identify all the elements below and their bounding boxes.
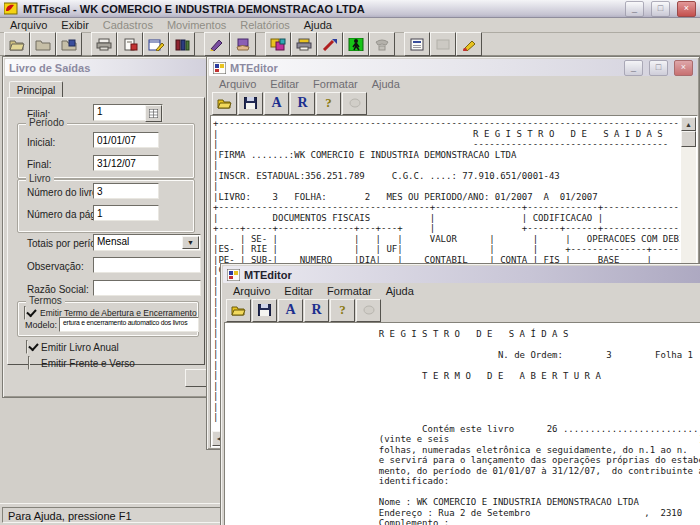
totais-combobox[interactable]: Mensal ▼ [93,234,201,251]
dart-button[interactable] [317,32,343,56]
disabled-round-icon [363,305,375,315]
menu-ajuda[interactable]: Ajuda [298,18,338,32]
filial-lookup-button[interactable] [145,105,162,122]
editor2-save-button[interactable] [252,299,277,322]
disabled-tool-button[interactable] [430,32,456,56]
editor2-disabled-button[interactable] [356,299,381,322]
maximize-button[interactable]: □ [651,1,670,17]
statusbar-help-text: Para Ajuda, pressione F1 [8,510,132,522]
numero-livro-label: Número do livro: [27,187,100,198]
phone-icon [374,38,390,51]
editor1-menu-formatar[interactable]: Formatar [307,77,364,91]
ledger-report-button[interactable] [404,32,430,56]
livro-partial-button[interactable] [185,369,207,387]
ledger-report-icon [409,38,425,51]
editor2-menu-ajuda[interactable]: Ajuda [380,284,420,298]
editor1-disabled-button[interactable] [342,92,367,115]
inicial-input[interactable] [93,132,159,148]
editor1-close-button[interactable]: × [674,60,693,76]
signature-pen-button[interactable] [456,32,482,56]
printer-setup-button[interactable] [91,32,117,56]
save-disk-icon [244,97,257,109]
editor1-save-button[interactable] [238,92,263,115]
editor1-format-r-button[interactable]: R [290,92,315,115]
menu-relatorios[interactable]: Relatórios [234,18,296,32]
minimize-button[interactable]: _ [625,1,644,17]
emitir-termo-checkbox[interactable] [24,306,26,320]
open-file-icon [231,304,246,316]
vscroll-thumb[interactable] [681,131,696,147]
folder-settings-button[interactable] [56,32,82,56]
filial-input[interactable]: 1 [93,104,163,121]
edit-pencil-button[interactable] [204,32,230,56]
editor1-font-button[interactable]: A [264,92,289,115]
final-input[interactable] [93,155,159,171]
filial-value: 1 [97,106,103,117]
editor2-menubar: Arquivo Editar Formatar Ajuda [223,283,700,298]
books-button[interactable] [169,32,195,56]
numero-pagina-input[interactable] [93,205,159,221]
editor1-maximize-button[interactable]: □ [649,60,668,76]
phone-button[interactable] [369,32,395,56]
menu-arquivo[interactable]: Arquivo [4,18,53,32]
modelo-input[interactable]: ertura e encerramento automatico dos liv… [59,317,199,332]
editor1-minimize-button[interactable]: _ [624,60,643,76]
main-menubar: Arquivo Exibir Cadastros Movimentos Rela… [0,18,700,33]
color-cube-icon [270,38,286,51]
editor1-help-button[interactable]: ? [316,92,341,115]
main-titlebar[interactable]: MTFiscal - WK COMERCIO E INDUSTRIA DEMON… [0,0,700,18]
periodo-legend: Período [26,117,67,128]
editor1-menu-editar[interactable]: Editar [264,77,305,91]
closed-folder-button[interactable] [30,32,56,56]
close-button[interactable]: × [677,1,696,17]
menu-movimentos[interactable]: Movimentos [161,18,232,32]
editor2-document[interactable]: R E G I S T R O D E S A Í D A S N. de Or… [227,325,700,525]
editor2-menu-arquivo[interactable]: Arquivo [227,284,276,298]
editor2-open-button[interactable] [226,299,251,322]
save-disk-icon [258,304,271,316]
editor2-doc-area: R E G I S T R O D E S A Í D A S N. de Or… [224,322,700,525]
editor2-format-r-button[interactable]: R [304,299,329,322]
scroll-up-icon[interactable]: ▲ [681,117,696,131]
emitir-livro-anual-checkbox[interactable] [26,340,28,354]
disabled-round-icon [349,98,361,108]
editor2-titlebar[interactable]: MTEditor [223,266,700,283]
menu-cadastros[interactable]: Cadastros [97,18,159,32]
open-file-button[interactable] [4,32,30,56]
editor1-titlebar[interactable]: MTEditor _ □ × [209,59,697,76]
emitir-livro-anual-label: Emitir Livro Anual [41,342,119,353]
final-label: Final: [27,159,51,170]
combo-dropdown-icon[interactable]: ▼ [182,236,199,249]
editor1-open-button[interactable] [212,92,237,115]
emitir-frente-verso-checkbox[interactable] [28,356,30,370]
emitir-frente-verso-label: Emitir Frente e Verso [41,358,135,369]
calendar-edit-button[interactable] [143,32,169,56]
lookup-grid-icon [149,109,158,118]
menu-exibir[interactable]: Exibir [55,18,95,32]
color-cube-button[interactable] [265,32,291,56]
company-document-button[interactable] [117,32,143,56]
observacao-input[interactable] [93,257,201,273]
hand-document-button[interactable] [230,32,256,56]
livro-legend: Livro [26,173,54,184]
numero-livro-input[interactable] [93,183,159,199]
closed-folder-icon [35,38,51,51]
livro-de-saidas-window: Livro de Saídas Principal Filial: 1 Perí… [2,56,210,398]
open-file-icon [9,38,25,51]
editor2-font-button[interactable]: A [278,299,303,322]
editor1-menu-ajuda[interactable]: Ajuda [366,77,406,91]
run-person-button[interactable] [343,32,369,56]
razao-social-input[interactable] [93,280,201,296]
editor2-menu-formatar[interactable]: Formatar [321,284,378,298]
print-report-button[interactable] [291,32,317,56]
main-toolbar [0,33,700,56]
editor2-help-button[interactable]: ? [330,299,355,322]
mtfiscal-main-window: MTFiscal - WK COMERCIO E INDUSTRIA DEMON… [0,0,700,525]
editor1-menu-arquivo[interactable]: Arquivo [213,77,262,91]
mtfiscal-app-icon [4,2,18,15]
livro-titlebar[interactable]: Livro de Saídas [5,59,207,76]
editor2-toolbar: A R ? [223,298,700,322]
folder-settings-icon [61,38,77,51]
books-icon [174,38,190,51]
editor2-menu-editar[interactable]: Editar [278,284,319,298]
